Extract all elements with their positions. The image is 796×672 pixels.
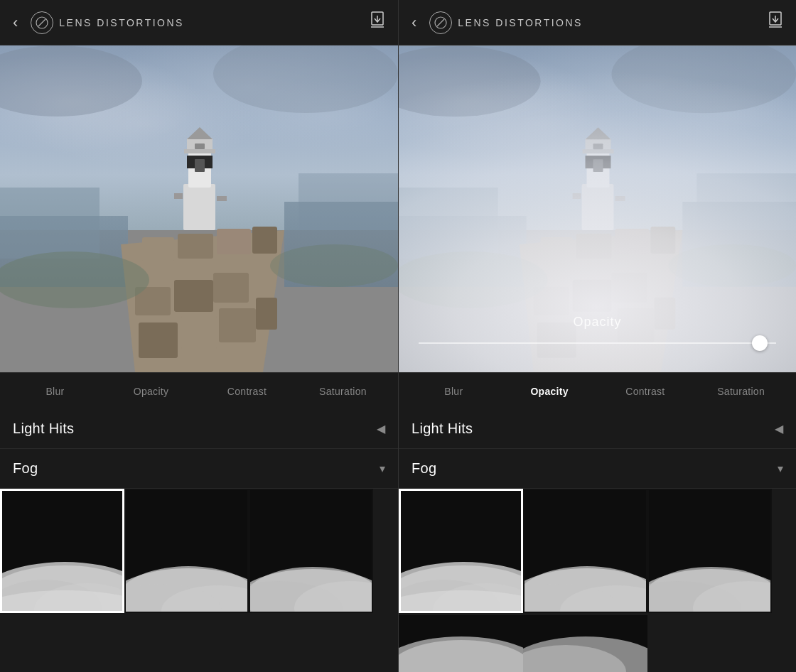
left-tabs-bar: Blur Opacity Contrast Saturation xyxy=(0,372,398,409)
left-list-row-light-hits[interactable]: Light Hits ◀ xyxy=(0,409,398,449)
opacity-slider-track-container xyxy=(419,342,776,344)
svg-point-28 xyxy=(0,251,149,308)
left-tab-saturation[interactable]: Saturation xyxy=(295,379,391,404)
right-tab-blur[interactable]: Blur xyxy=(406,379,502,404)
right-bottom-section: Light Hits ◀ Fog ▾ xyxy=(399,409,796,672)
right-thumb-1[interactable] xyxy=(399,489,523,613)
svg-rect-23 xyxy=(256,298,277,330)
left-fog-label: Fog xyxy=(13,460,38,477)
svg-rect-21 xyxy=(181,315,217,349)
svg-point-29 xyxy=(270,244,398,287)
opacity-slider-track[interactable] xyxy=(419,342,776,344)
svg-point-101 xyxy=(401,590,523,613)
right-back-button[interactable]: ‹ xyxy=(412,15,416,31)
right-photo: Opacity xyxy=(399,45,796,372)
svg-rect-30 xyxy=(183,184,215,230)
svg-rect-37 xyxy=(195,143,205,149)
left-panel: ‹ LENS DISTORTIONS xyxy=(0,0,398,672)
right-list-row-fog[interactable]: Fog ▾ xyxy=(399,449,796,489)
svg-point-45 xyxy=(2,590,124,613)
left-app-name: LENS DISTORTIONS xyxy=(59,17,184,28)
left-tab-opacity[interactable]: Opacity xyxy=(103,379,199,404)
svg-line-1 xyxy=(38,19,45,26)
right-thumb-small-2[interactable] xyxy=(523,615,647,672)
right-thumb-small-1[interactable] xyxy=(399,615,523,672)
right-thumbnails-row xyxy=(399,489,796,615)
right-thumbnails-row-2 xyxy=(399,615,796,672)
svg-rect-18 xyxy=(174,280,213,312)
left-logo-area: LENS DISTORTIONS xyxy=(31,11,184,34)
left-fog-icon: ▾ xyxy=(380,462,385,475)
svg-rect-26 xyxy=(217,229,251,254)
right-fog-label: Fog xyxy=(412,460,436,477)
right-list-row-light-hits[interactable]: Light Hits ◀ xyxy=(399,409,796,449)
left-light-hits-icon: ◀ xyxy=(377,422,385,435)
left-header: ‹ LENS DISTORTIONS xyxy=(0,0,398,45)
left-light-hits-label: Light Hits xyxy=(13,421,74,437)
left-bottom-section: Light Hits ◀ Fog ▾ xyxy=(0,409,398,672)
left-download-button[interactable] xyxy=(370,11,385,33)
right-header: ‹ LENS DISTORTIONS xyxy=(399,0,796,45)
left-logo-icon xyxy=(31,11,53,34)
svg-rect-22 xyxy=(219,308,256,342)
right-tab-saturation[interactable]: Saturation xyxy=(693,379,789,404)
right-tabs-bar: Blur Opacity Contrast Saturation xyxy=(399,372,796,409)
left-thumb-3[interactable] xyxy=(249,489,373,613)
left-photo xyxy=(0,45,398,372)
svg-rect-24 xyxy=(142,237,174,262)
left-back-button[interactable]: ‹ xyxy=(13,15,18,31)
opacity-slider-thumb[interactable] xyxy=(752,335,768,351)
right-logo-area: LENS DISTORTIONS xyxy=(429,11,583,34)
svg-line-57 xyxy=(437,19,444,26)
svg-rect-38 xyxy=(174,193,183,199)
left-header-left: ‹ LENS DISTORTIONS xyxy=(13,11,184,34)
svg-rect-36 xyxy=(195,159,205,172)
right-thumb-3[interactable] xyxy=(647,489,772,613)
left-thumb-1[interactable] xyxy=(0,489,124,613)
svg-rect-15 xyxy=(298,173,398,230)
svg-rect-27 xyxy=(252,227,277,254)
left-tab-contrast[interactable]: Contrast xyxy=(199,379,295,404)
svg-rect-25 xyxy=(178,234,213,259)
svg-rect-13 xyxy=(0,188,100,259)
svg-rect-20 xyxy=(139,323,178,358)
right-thumb-2[interactable] xyxy=(523,489,647,613)
right-tab-opacity[interactable]: Opacity xyxy=(502,379,598,404)
left-thumb-2[interactable] xyxy=(124,489,249,613)
opacity-slider-overlay: Opacity xyxy=(399,45,796,372)
right-tab-contrast[interactable]: Contrast xyxy=(598,379,694,404)
right-app-name: LENS DISTORTIONS xyxy=(458,17,583,28)
right-light-hits-icon: ◀ xyxy=(775,422,783,435)
left-thumbnails-row xyxy=(0,489,398,672)
left-tab-blur[interactable]: Blur xyxy=(7,379,103,404)
right-light-hits-label: Light Hits xyxy=(412,421,473,437)
right-header-left: ‹ LENS DISTORTIONS xyxy=(412,11,583,34)
svg-rect-19 xyxy=(213,273,249,303)
right-panel: ‹ LENS DISTORTIONS xyxy=(398,0,796,672)
svg-rect-39 xyxy=(217,196,227,201)
right-fog-icon: ▾ xyxy=(778,462,783,475)
right-logo-icon xyxy=(429,11,452,34)
left-list-row-fog[interactable]: Fog ▾ xyxy=(0,449,398,489)
svg-rect-35 xyxy=(184,149,215,153)
right-download-button[interactable] xyxy=(768,11,783,33)
opacity-label: Opacity xyxy=(573,315,621,330)
